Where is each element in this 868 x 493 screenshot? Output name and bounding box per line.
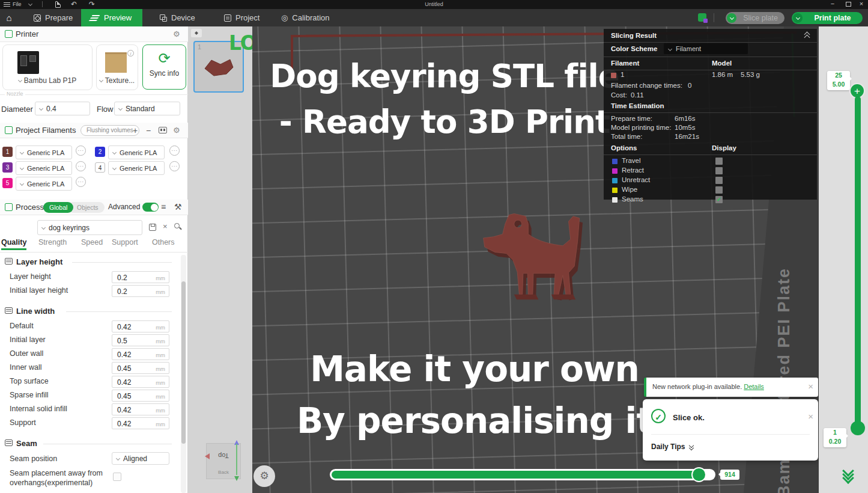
close-icon[interactable]: × [808, 411, 813, 421]
setting-input[interactable]: 0.45mm [112, 362, 169, 374]
diameter-select[interactable]: 0.4 [35, 102, 90, 115]
filament-swatch-3[interactable]: 3 [2, 162, 13, 173]
remove-filament-icon[interactable]: − [146, 126, 151, 135]
tab-prepare[interactable]: Prepare [23, 9, 83, 26]
collapse-panel-icon[interactable] [191, 29, 202, 37]
filament-select-1[interactable]: Generic PLA [16, 145, 72, 159]
orientation-cube[interactable]: Top Back [207, 444, 240, 479]
collapse-panel-chevron-icon[interactable] [805, 32, 811, 38]
scrollbar-thumb[interactable] [181, 281, 186, 444]
printer-select-card[interactable]: Bambu Lab P1P [2, 44, 93, 90]
save-preset-icon[interactable] [149, 224, 156, 231]
filament-swatch-2[interactable]: 2 [95, 147, 105, 157]
setting-input[interactable]: 0.42mm [112, 320, 169, 332]
info-icon[interactable]: i [127, 50, 134, 57]
plate-type-select[interactable]: Texture... [97, 76, 138, 85]
filament-select-4[interactable]: Generic PLA [108, 161, 165, 175]
layer-slider-track[interactable] [855, 96, 861, 428]
tune-icon[interactable]: ⚒ [174, 202, 182, 212]
filament-edit-icon[interactable]: ··· [169, 161, 180, 171]
printer-settings-gear-icon[interactable]: ⚙ [173, 29, 180, 38]
tab-quality[interactable]: Quality [1, 238, 26, 250]
tab-strength[interactable]: Strength [38, 238, 67, 246]
tab-home[interactable]: ⌂ [0, 9, 18, 26]
setting-input[interactable]: 0.42mm [112, 417, 169, 429]
tab-device[interactable]: Device [149, 9, 206, 26]
tab-preview[interactable]: Preview [81, 9, 142, 26]
slice-dropdown-icon[interactable] [727, 13, 736, 23]
clear-icon[interactable]: × [163, 222, 168, 231]
filament-select-5[interactable]: Generic PLA [16, 177, 72, 191]
close-icon[interactable]: × [808, 381, 813, 391]
travel-checkbox[interactable] [715, 158, 723, 165]
setting-input[interactable]: 0.5mm [112, 334, 169, 346]
filament-edit-icon[interactable]: ··· [76, 145, 86, 156]
setting-input[interactable]: 0.42mm [112, 403, 169, 415]
printer-icon [5, 30, 13, 38]
wipe-checkbox[interactable] [715, 186, 723, 194]
setting-input[interactable]: 0.42mm [112, 376, 169, 388]
daily-tips-expand-icon[interactable] [690, 444, 696, 451]
scope-global-button[interactable]: Global [43, 202, 73, 213]
print-plate-button[interactable]: Print plate [792, 12, 863, 24]
sync-info-button[interactable]: ⟳ Sync info [142, 44, 186, 90]
filament-name: Generic PLA [27, 165, 64, 172]
tab-support[interactable]: Support [112, 238, 138, 246]
search-icon[interactable] [174, 223, 180, 228]
slice-plate-button[interactable]: Slice plate [726, 12, 785, 24]
daily-tips-label[interactable]: Daily Tips [651, 442, 685, 451]
printer-model-select[interactable]: Bambu Lab P1P [3, 76, 92, 85]
filament-swatch-5[interactable]: 5 [2, 178, 13, 188]
color-scheme-select[interactable]: Filament [664, 43, 748, 54]
filament-swatch-4[interactable]: 4 [95, 162, 105, 173]
setting-input[interactable]: 0.45mm [112, 390, 169, 402]
setting-label: Outer wall [10, 349, 43, 358]
axis-x-icon [202, 453, 210, 459]
3d-viewport[interactable]: Dog keyring STL file - Ready to 3D Print… [252, 26, 819, 493]
tab-speed[interactable]: Speed [81, 238, 103, 246]
arrange-icon[interactable] [698, 13, 706, 22]
tab-project[interactable]: Project [213, 9, 270, 26]
retract-checkbox[interactable] [715, 167, 723, 174]
plate-type-label: Texture... [105, 76, 135, 85]
close-button[interactable]: × [856, 0, 867, 7]
dog-keyring-model[interactable] [469, 210, 601, 306]
print-dropdown-icon[interactable] [793, 13, 803, 23]
view-settings-button[interactable]: ⚙ [253, 465, 275, 487]
tab-calibration[interactable]: ◎Calibration [270, 9, 341, 26]
maximize-button[interactable] [846, 2, 851, 7]
move-slider-thumb[interactable] [691, 467, 706, 482]
move-slider[interactable]: 914 [330, 469, 715, 480]
filament-swatch-1[interactable]: 1 [2, 147, 13, 157]
filament-select-3[interactable]: Generic PLA [16, 161, 72, 175]
tab-others[interactable]: Others [152, 238, 175, 246]
flushing-volumes-button[interactable]: Flushing volumes [80, 125, 139, 136]
setting-input[interactable]: 0.42mm [112, 348, 169, 360]
layer-slider-thumb[interactable] [851, 421, 865, 435]
filament-select-2[interactable]: Generic PLA [108, 145, 165, 159]
seam-placement-checkbox[interactable] [113, 473, 121, 481]
filament-edit-icon[interactable]: ··· [76, 177, 86, 187]
color-scheme-value: Filament [676, 45, 701, 52]
add-filament-icon[interactable]: + [133, 126, 138, 135]
display-title: Display [712, 144, 736, 152]
layers-icon[interactable] [843, 469, 857, 482]
flow-select[interactable]: Standard [114, 102, 180, 115]
filament-edit-icon[interactable]: ··· [76, 161, 86, 171]
filament-settings-gear-icon[interactable]: ⚙ [173, 126, 180, 135]
unretract-checkbox[interactable] [715, 177, 723, 184]
plate-select-card[interactable]: i Texture... [96, 44, 138, 90]
filament-edit-icon[interactable]: ··· [169, 145, 180, 156]
list-view-icon[interactable]: ≡ [161, 202, 166, 212]
sidebar-scrollbar[interactable] [181, 255, 186, 493]
advanced-toggle[interactable] [142, 203, 159, 212]
layer-slider-bottom-tooltip: 1 0.20 [824, 428, 846, 447]
ams-icon[interactable] [159, 127, 167, 133]
process-preset-select[interactable]: dog keyrings [37, 220, 142, 235]
seam-position-select[interactable]: Aligned [112, 452, 169, 465]
minimize-button[interactable]: − [827, 0, 838, 7]
setting-input[interactable]: 0.2mm [112, 271, 169, 283]
seams-checkbox[interactable]: ✓ [715, 196, 723, 203]
setting-input[interactable]: 0.2mm [112, 285, 169, 297]
plugin-details-link[interactable]: Details [744, 383, 764, 390]
